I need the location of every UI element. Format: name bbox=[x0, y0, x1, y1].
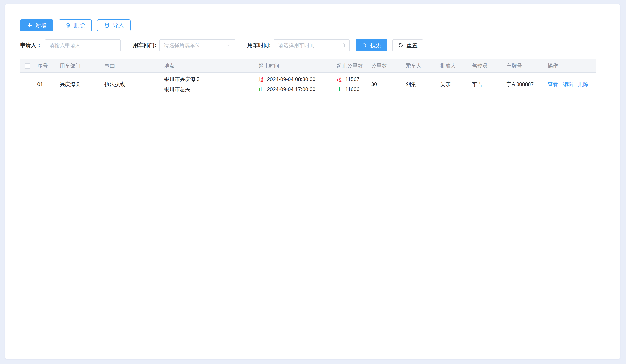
table-row: 01 兴庆海关 执法执勤 银川市兴庆海关 银川市总关 起 2024-09-04 … bbox=[20, 73, 596, 96]
edit-link[interactable]: 编辑 bbox=[563, 81, 573, 87]
trash-icon bbox=[65, 23, 71, 28]
cell-driver: 车吉 bbox=[468, 73, 502, 96]
search-icon bbox=[362, 42, 367, 48]
applicant-input[interactable] bbox=[45, 39, 121, 51]
column-header-km-total: 公里数 bbox=[367, 59, 401, 73]
table-header: 序号 用车部门 事由 地点 起止时间 起止公里数 公里数 乘车人 批准人 驾驶员… bbox=[20, 59, 596, 73]
km-start-value: 11567 bbox=[345, 76, 359, 82]
km-end-value: 11606 bbox=[345, 86, 359, 92]
location-start: 银川市兴庆海关 bbox=[164, 76, 254, 83]
add-button-label: 新增 bbox=[36, 22, 47, 29]
cell-plate: 宁A 888887 bbox=[502, 73, 543, 96]
column-header-approver: 批准人 bbox=[436, 59, 468, 73]
column-header-location: 地点 bbox=[160, 59, 254, 73]
plus-icon bbox=[27, 23, 33, 28]
time-start-value: 2024-09-04 08:30:00 bbox=[267, 76, 315, 82]
km-start-tag: 起 bbox=[337, 76, 342, 83]
view-link[interactable]: 查看 bbox=[548, 81, 558, 87]
column-header-plate: 车牌号 bbox=[502, 59, 543, 73]
time-label: 用车时间: bbox=[247, 41, 271, 49]
cell-actions: 查看编辑删除 bbox=[543, 73, 596, 96]
column-header-reason: 事由 bbox=[100, 59, 160, 73]
column-header-time-range: 起止时间 bbox=[254, 59, 332, 73]
search-button-label: 搜索 bbox=[370, 41, 382, 49]
column-header-actions: 操作 bbox=[543, 59, 596, 73]
department-select[interactable]: 请选择所属单位 bbox=[159, 39, 235, 51]
cell-approver: 吴东 bbox=[436, 73, 468, 96]
reset-refresh-icon bbox=[398, 42, 403, 48]
column-header-department: 用车部门 bbox=[55, 59, 100, 73]
cell-reason: 执法执勤 bbox=[100, 73, 160, 96]
department-select-placeholder: 请选择所属单位 bbox=[164, 42, 226, 49]
select-all-checkbox[interactable] bbox=[25, 63, 30, 69]
filter-bar: 申请人： 用车部门: 请选择所属单位 用车时间: 请选择用车时间 搜索 bbox=[20, 39, 605, 51]
row-delete-link[interactable]: 删除 bbox=[578, 81, 588, 87]
time-end-value: 2024-09-04 17:00:00 bbox=[267, 86, 315, 92]
delete-button[interactable]: 删除 bbox=[59, 19, 92, 31]
column-header-km-range: 起止公里数 bbox=[332, 59, 367, 73]
add-button[interactable]: 新增 bbox=[20, 19, 53, 31]
reset-button[interactable]: 重置 bbox=[392, 39, 423, 51]
cell-no: 01 bbox=[33, 73, 55, 96]
import-button[interactable]: 导入 bbox=[97, 19, 131, 31]
column-header-driver: 驾驶员 bbox=[468, 59, 502, 73]
chevron-down-icon bbox=[226, 43, 231, 48]
km-end-tag: 止 bbox=[337, 86, 342, 93]
applicant-label: 申请人： bbox=[20, 41, 42, 49]
cell-passenger: 刘集 bbox=[401, 73, 436, 96]
search-button[interactable]: 搜索 bbox=[356, 39, 388, 51]
import-database-icon bbox=[104, 22, 110, 28]
cell-department: 兴庆海关 bbox=[55, 73, 100, 96]
cell-location: 银川市兴庆海关 银川市总关 bbox=[160, 73, 254, 96]
column-header-passenger: 乘车人 bbox=[401, 59, 436, 73]
toolbar: 新增 删除 导入 bbox=[20, 19, 605, 31]
time-start-tag: 起 bbox=[258, 76, 264, 83]
department-label: 用车部门: bbox=[133, 41, 156, 49]
column-header-no: 序号 bbox=[33, 59, 55, 73]
cell-time-range: 起 2024-09-04 08:30:00 止 2024-09-04 17:00… bbox=[254, 73, 332, 96]
cell-km-range: 起 11567 止 11606 bbox=[332, 73, 367, 96]
delete-button-label: 删除 bbox=[74, 22, 85, 29]
reset-button-label: 重置 bbox=[406, 41, 418, 49]
import-button-label: 导入 bbox=[113, 22, 124, 29]
row-checkbox[interactable] bbox=[25, 82, 30, 87]
location-end: 银川市总关 bbox=[164, 86, 254, 93]
time-picker-placeholder: 请选择用车时间 bbox=[278, 42, 340, 49]
vehicle-records-table: 序号 用车部门 事由 地点 起止时间 起止公里数 公里数 乘车人 批准人 驾驶员… bbox=[20, 59, 596, 96]
calendar-icon bbox=[340, 43, 345, 48]
cell-km-total: 30 bbox=[367, 73, 401, 96]
time-end-tag: 止 bbox=[258, 86, 264, 93]
content-card: 新增 删除 导入 申请人： 用车部门: 请选择所属单位 用车时间: 请选 bbox=[5, 4, 620, 359]
time-date-picker[interactable]: 请选择用车时间 bbox=[274, 39, 350, 51]
